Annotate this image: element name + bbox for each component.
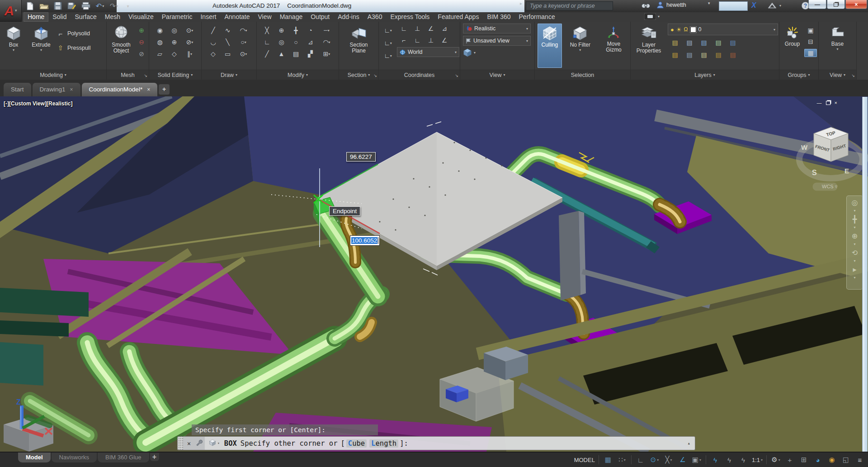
search-input[interactable]: [526, 1, 613, 10]
quick-properties-icon[interactable]: ◕: [811, 454, 824, 466]
save-icon[interactable]: [52, 1, 63, 11]
customize-wrench-icon[interactable]: [194, 439, 204, 448]
ucs-zaxis-icon[interactable]: ⊥: [424, 36, 438, 44]
viewport-controls-label[interactable]: [-][Custom View][Realistic]: [4, 100, 72, 107]
layer-properties-button[interactable]: Layer Properties: [633, 24, 664, 68]
ucs-world-icon[interactable]: ∟: [397, 24, 410, 33]
layer-thaw-icon[interactable]: ▤: [697, 51, 711, 59]
solid-shell-icon[interactable]: ⊘▾: [181, 38, 198, 46]
viewcube-west[interactable]: W: [801, 143, 808, 151]
sign-in-user[interactable]: hewetth: [656, 1, 686, 9]
draw-rectangle-icon[interactable]: ▭: [221, 50, 235, 58]
dialog-launcher-icon[interactable]: ↘: [851, 74, 855, 78]
menu-tab-insert[interactable]: Insert: [196, 12, 220, 22]
extrude-button[interactable]: Extrude▾: [27, 24, 55, 68]
visual-style-combo[interactable]: Realistic▾: [463, 24, 531, 33]
wcs-menu[interactable]: WCS ▿: [822, 184, 838, 189]
viewcube-south[interactable]: S: [812, 169, 817, 176]
command-expand-icon[interactable]: ▴: [687, 440, 690, 446]
orbit-icon[interactable]: ⟲: [852, 249, 858, 257]
viewcube[interactable]: W S E TOP FRONT RIGHT WCS ▿: [787, 120, 868, 197]
menu-tab-mesh[interactable]: Mesh: [101, 12, 124, 22]
modify-copy-icon[interactable]: ◔: [303, 26, 318, 34]
menu-tab-output[interactable]: Output: [307, 12, 334, 22]
mesh-reduce-icon[interactable]: ⊖: [136, 38, 147, 46]
dialog-launcher-icon[interactable]: ↘: [373, 74, 377, 78]
smooth-object-button[interactable]: Smooth Object: [108, 24, 134, 68]
ortho-mode-icon[interactable]: ∟: [634, 454, 647, 466]
panel-label-view-right[interactable]: View▾: [819, 70, 856, 80]
panel-label-layers[interactable]: Layers▾: [631, 70, 779, 80]
dialog-launcher-icon[interactable]: ↘: [144, 74, 147, 78]
base-button[interactable]: Base▾: [824, 24, 851, 68]
viewport-scrollbar[interactable]: [862, 97, 868, 452]
close-icon[interactable]: ×: [70, 83, 73, 96]
modify-fillet-icon[interactable]: ∟: [260, 38, 274, 46]
layer-match-icon[interactable]: ▤: [726, 38, 740, 47]
close-button[interactable]: ×: [845, 0, 867, 9]
menu-tab-annotate[interactable]: Annotate: [220, 12, 254, 22]
layer-unisolate-icon[interactable]: ▤: [682, 51, 697, 59]
ucs-x-icon[interactable]: ∟▾: [380, 39, 396, 47]
panel-label-section[interactable]: Section▾: [339, 70, 378, 80]
menu-tab-parametric[interactable]: Parametric: [158, 12, 197, 22]
draw-point-icon[interactable]: ⊙▾: [235, 50, 253, 58]
ucs-3point-icon[interactable]: ∠: [438, 36, 451, 44]
modify-brush-icon[interactable]: ╱: [260, 50, 274, 58]
menu-tab-featured-apps[interactable]: Featured Apps: [434, 12, 483, 22]
no-filter-button[interactable]: No Filter▾: [566, 24, 594, 68]
active-command-icon[interactable]: [208, 439, 217, 448]
ucs-previous-icon[interactable]: ⌐: [397, 36, 410, 44]
zoom-icon[interactable]: ⊕: [852, 232, 858, 240]
annotation-visibility-icon[interactable]: ϟ: [709, 454, 722, 466]
dialog-launcher-icon[interactable]: ↘: [455, 74, 458, 78]
command-option-length[interactable]: Length: [369, 439, 398, 448]
draw-curve-icon[interactable]: ◡: [206, 38, 221, 46]
minimize-button[interactable]: —: [808, 0, 826, 9]
solid-intersect-icon[interactable]: ⊙▾: [181, 26, 198, 34]
model-space-button[interactable]: MODEL: [573, 454, 596, 466]
customization-icon[interactable]: ≡: [854, 454, 866, 466]
modify-align-icon[interactable]: ▲: [274, 50, 289, 58]
modify-stretch-icon[interactable]: ▞: [303, 50, 318, 58]
application-menu-button[interactable]: A▾: [0, 0, 22, 22]
file-tab-coordinationmodel[interactable]: CoordinationModel*×: [82, 83, 158, 96]
object-snap-tracking-icon[interactable]: ∠: [676, 454, 689, 466]
viewport-close-icon[interactable]: ×: [835, 100, 837, 105]
layer-combo[interactable]: ● ☀ Ω 0 ▾: [668, 24, 778, 35]
layout-tab-model[interactable]: Model: [18, 453, 51, 462]
section-plane-button[interactable]: Section Plane: [341, 24, 377, 68]
viewcube-east[interactable]: E: [844, 167, 849, 175]
menu-tab-add-ins[interactable]: Add-ins: [334, 12, 363, 22]
steering-wheel-icon[interactable]: ◎: [852, 199, 858, 206]
menu-tab-solid[interactable]: Solid: [48, 12, 71, 22]
command-close-icon[interactable]: ×: [184, 440, 194, 447]
search-icon[interactable]: [641, 2, 651, 10]
menu-tab-surface[interactable]: Surface: [71, 12, 101, 22]
drawing-viewport[interactable]: Z [-][Custom View][Realistic] — × W S E …: [0, 96, 868, 452]
solid-separate-icon[interactable]: ◇: [168, 50, 181, 58]
layer-off-icon[interactable]: ▤: [668, 38, 682, 47]
titlebar-light-panel[interactable]: [719, 1, 748, 11]
workspace-switching-icon[interactable]: ⚙▾: [769, 454, 782, 466]
viewport-restore-icon[interactable]: [826, 101, 830, 105]
menu-tab-bim-360[interactable]: BIM 360: [483, 12, 514, 22]
autodesk-exchange-icon[interactable]: X: [751, 1, 756, 10]
mesh-smooth-less-icon[interactable]: ⊘: [136, 50, 147, 58]
restore-button[interactable]: [827, 0, 845, 9]
ucs-view-icon[interactable]: ∠: [424, 24, 438, 33]
screencast-icon[interactable]: ▾: [644, 13, 660, 20]
box-button[interactable]: Box▾: [1, 24, 26, 68]
solid-union-icon[interactable]: ◉: [152, 26, 168, 34]
modify-erase-icon[interactable]: ╳: [260, 26, 274, 34]
annotation-autoscale-icon[interactable]: ϟ: [723, 454, 736, 466]
menu-tab-view[interactable]: View: [254, 12, 276, 22]
pan-hand-icon[interactable]: ╋: [853, 215, 857, 223]
modify-rotate-icon[interactable]: ⊕: [274, 26, 289, 34]
polysolid-button[interactable]: ⌐Polysolid: [57, 28, 90, 39]
modify-circle-edit-icon[interactable]: ○: [289, 38, 303, 46]
menu-tab-express-tools[interactable]: Express Tools: [386, 12, 434, 22]
undo-icon[interactable]: ↶▾: [94, 1, 105, 11]
open-file-icon[interactable]: [38, 1, 49, 11]
modify-3drotate-icon[interactable]: ◎: [274, 38, 289, 46]
